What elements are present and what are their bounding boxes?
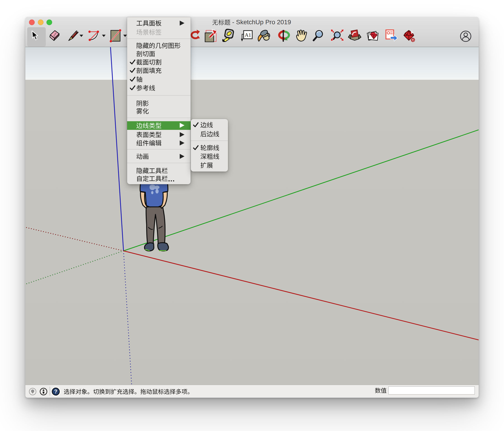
svg-text:A1: A1	[245, 32, 251, 38]
svg-text:?: ?	[54, 389, 57, 395]
